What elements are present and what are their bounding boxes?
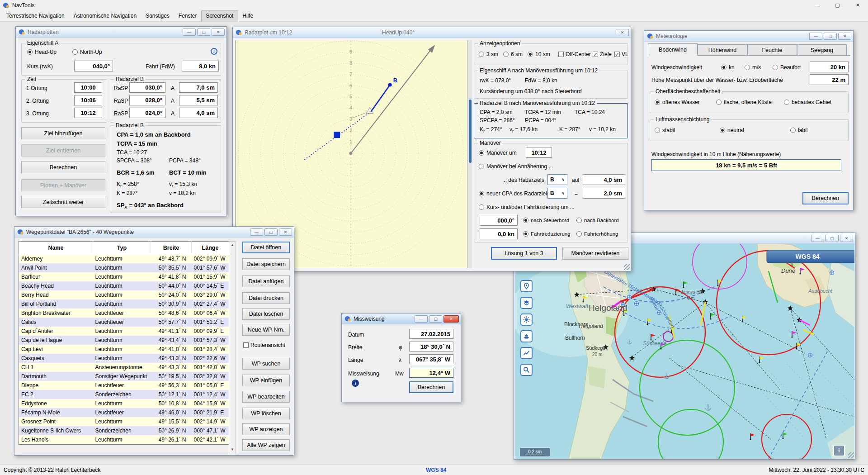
radio-flache-kueste[interactable]: flache, offene Küste	[716, 99, 772, 105]
info-icon[interactable]: i	[211, 48, 217, 55]
radio-kurs-fahrtaenderung[interactable]: Kurs- und/oder Fahrtänderung um ...	[479, 204, 575, 210]
meteorologie-maximize-button[interactable]: ▢	[824, 33, 837, 40]
radarplotten-maximize-button[interactable]: ▢	[197, 28, 210, 36]
waypoint-row[interactable]: CalaisLeuchtfeuer50° 57,7´ N001° 51,2´ E	[19, 318, 229, 327]
radio-6sm[interactable]: 6 sm	[503, 51, 523, 57]
zeitschritt-weiter-button[interactable]: Zeitschritt weiter	[21, 196, 105, 208]
ortung2-field[interactable]: 10:06	[74, 95, 102, 105]
map-maximize-button[interactable]: ▢	[826, 235, 839, 242]
datum-field[interactable]: 27.02.2015	[409, 329, 453, 339]
waypoint-scrollbar[interactable]: ▲ ▼	[229, 241, 236, 453]
map-layers-button[interactable]	[520, 297, 533, 309]
checkbox-vl[interactable]: ✓VL	[614, 51, 628, 57]
manoever-um-field[interactable]: 10:12	[526, 147, 552, 158]
radio-ms[interactable]: m/s	[745, 64, 761, 71]
radarplotten-titlebar[interactable]: Radarplotten — ▢ ✕	[16, 27, 226, 38]
radio-offenes-wasser[interactable]: offenes Wasser	[655, 99, 700, 105]
waypoint-row[interactable]: BarfleurLeuchtturm49° 41,8´ N001° 15,9´ …	[19, 272, 229, 281]
radarplotten-close-button[interactable]: ✕	[212, 28, 225, 36]
breite-field[interactable]: 18° 30,0´ N	[409, 342, 453, 352]
rasp3-field[interactable]: 024,0°	[129, 108, 165, 118]
ortung1-field[interactable]: 10:00	[74, 82, 102, 93]
datei-loeschen-button[interactable]: Datei löschen	[242, 308, 290, 320]
waypoint-row[interactable]: DartmouthSonstiger Wegepunkt50° 19,5´ N0…	[19, 372, 229, 381]
map-chart-button[interactable]	[520, 347, 533, 359]
wegepunkte-close-button[interactable]: ✕	[279, 228, 292, 236]
waypoint-row[interactable]: Berry HeadLeuchtturm50° 24,0´ N003° 29,0…	[19, 290, 229, 299]
menu-astronomische-navigation[interactable]: Astronomische Navigation	[69, 11, 141, 21]
waypoint-row[interactable]: CasquetsLeuchtturm49° 43,3´ N002° 22,6´ …	[19, 354, 229, 363]
annaeherung-field[interactable]: 4,0 sm	[583, 174, 625, 185]
scroll-down-icon[interactable]: ▼	[229, 446, 236, 453]
tab-hoehenwind[interactable]: Höhenwind	[698, 44, 747, 56]
waypoint-row[interactable]: Anvil PointLeuchtturm50° 35,5´ N001° 57,…	[19, 263, 229, 272]
radarplot-titlebar[interactable]: Radarplot um 10:12 HeadUp 040° ✕	[233, 27, 631, 38]
app-close-button[interactable]: ✕	[848, 0, 868, 10]
waypoint-row[interactable]: Grosnez PointLeuchtturm49° 15,5´ N002° 1…	[19, 417, 229, 426]
hoehe-messpunkt-field[interactable]: 22 m	[810, 74, 849, 85]
waypoint-row[interactable]: Cap de le HagueLeuchtturm49° 43,4´ N001°…	[19, 336, 229, 345]
abstand3-field[interactable]: 4,0 sm	[179, 108, 218, 118]
map-location-button[interactable]	[520, 280, 533, 292]
radio-neuer-cpa[interactable]: neuer CPA des Radarziels	[479, 190, 550, 197]
waypoint-row[interactable]: Bill of PortlandLeuchtturm50° 30,9´ N002…	[19, 299, 229, 309]
menu-hilfe[interactable]: Hilfe	[238, 11, 258, 21]
checkbox-ziele[interactable]: ✓Ziele	[593, 51, 612, 57]
radarplotten-minimize-button[interactable]: —	[183, 28, 196, 36]
missweisung-berechnen-button[interactable]: Berechnen	[409, 381, 453, 393]
missweisung-close-button[interactable]: ✕	[443, 315, 459, 323]
map-brightness-button[interactable]	[520, 314, 533, 326]
loesung-button[interactable]: Lösung 1 von 3	[491, 247, 557, 260]
wegepunkte-minimize-button[interactable]: —	[250, 228, 263, 236]
map-close-button[interactable]: ✕	[840, 235, 853, 242]
wegepunkte-titlebar[interactable]: Wegepunktdatei "BA 2656" - 40 Wegepunkte…	[14, 227, 294, 238]
checkbox-off-center[interactable]: Off-Center	[558, 51, 591, 57]
scroll-up-icon[interactable]: ▲	[229, 242, 236, 248]
missweisung-maximize-button[interactable]: ▢	[429, 315, 442, 323]
datei-anfuegen-button[interactable]: Datei anfügen	[242, 276, 290, 287]
radio-neutral[interactable]: neutral	[720, 127, 744, 133]
column-laenge[interactable]: Länge	[192, 242, 229, 254]
tab-bodenwind[interactable]: Bodenwind	[648, 43, 698, 56]
menu-terrestrische-navigation[interactable]: Terrestrische Navigation	[2, 11, 69, 21]
datei-speichern-button[interactable]: Datei speichern	[242, 258, 290, 270]
radarplot-splitter-thumb[interactable]	[469, 100, 472, 163]
radio-kn[interactable]: kn	[721, 64, 735, 71]
map-resize-grip[interactable]	[848, 452, 854, 458]
radio-3sm[interactable]: 3 sm	[479, 51, 498, 57]
datei-drucken-button[interactable]: Datei drucken	[242, 292, 290, 304]
radio-manoever-annaeherung[interactable]: Manöver bei Annäherung ...	[479, 163, 553, 170]
map-canvas[interactable]: ⚓⚓⚓ Dünenfähre (Schlechtwetter) Reede (S…	[515, 244, 854, 459]
wp-bearbeiten-button[interactable]: WP bearbeiten	[242, 391, 290, 403]
radarplot-close-button[interactable]: ✕	[616, 29, 629, 36]
app-minimize-button[interactable]: —	[807, 0, 827, 10]
radio-stabil[interactable]: stabil	[655, 127, 675, 133]
menu-fenster[interactable]: Fenster	[174, 11, 202, 21]
meteorologie-close-button[interactable]: ✕	[838, 33, 851, 40]
tab-seegang[interactable]: Seegang	[797, 44, 847, 56]
waypoint-row[interactable]: EddystoneLeuchtturm50° 10,8´ N004° 15,9´…	[19, 399, 229, 408]
plotten-manoever-button[interactable]: Plotten + Manöver	[21, 179, 105, 191]
radio-10sm[interactable]: 10 sm	[528, 51, 550, 57]
alle-wp-zeigen-button[interactable]: Alle WP zeigen	[242, 439, 290, 451]
missweisung-minimize-button[interactable]: —	[415, 315, 428, 323]
map-search-button[interactable]	[520, 364, 533, 376]
radio-north-up[interactable]: North-Up	[72, 49, 102, 55]
rasp2-field[interactable]: 028,0°	[129, 95, 165, 105]
radarplot-splitter[interactable]	[468, 40, 472, 268]
radio-manoever-um[interactable]: Manöver um	[479, 150, 517, 156]
abstand2-field[interactable]: 5,5 sm	[179, 95, 218, 105]
wp-suchen-button[interactable]: WP suchen	[242, 358, 290, 370]
ortung3-field[interactable]: 10:12	[74, 108, 102, 118]
radio-beaufort[interactable]: Beaufort	[773, 64, 801, 71]
missweisung-titlebar[interactable]: Missweisung — ▢ ✕	[342, 314, 461, 324]
waypoint-row[interactable]: DieppeLeuchtfeuer49° 56,3´ N001° 05,0´ E	[19, 381, 229, 390]
radarziel-combo-1[interactable]: B∨	[547, 174, 567, 185]
berechnen-button[interactable]: Berechnen	[21, 161, 105, 173]
radarplot-resize-grip[interactable]	[624, 264, 630, 270]
laenge-field[interactable]: 067° 35,8´ W	[409, 354, 453, 364]
wegepunkte-maximize-button[interactable]: ▢	[264, 228, 278, 236]
abstand1-field[interactable]: 7,0 sm	[179, 82, 218, 93]
waypoint-row[interactable]: Kugeltonne S-lich OwersSonderzeichen50° …	[19, 426, 229, 435]
meteorologie-titlebar[interactable]: Meteorologie — ▢ ✕	[644, 31, 853, 42]
